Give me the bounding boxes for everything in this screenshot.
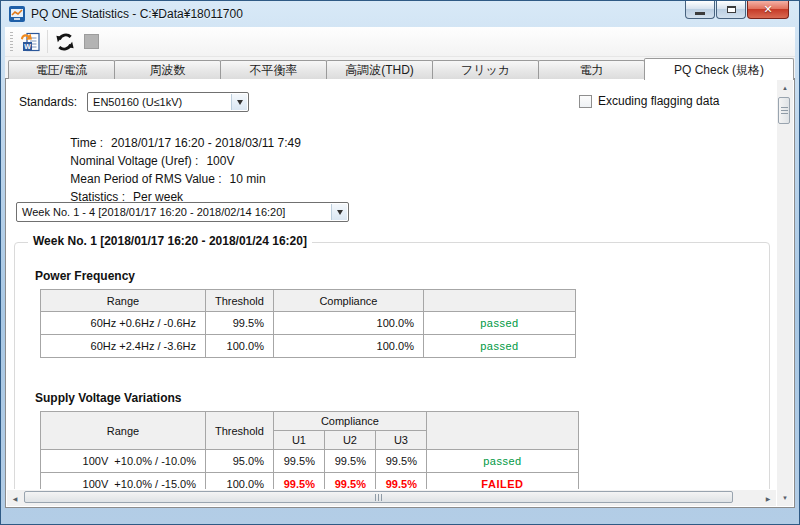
range-header: Range [41, 412, 206, 450]
threshold-cell: 100.0% [206, 335, 274, 358]
standards-value: EN50160 (U≤1kV) [93, 96, 182, 108]
thumb-grip-icon [781, 107, 788, 115]
scroll-up-button[interactable]: ▲ [777, 80, 793, 96]
app-icon [9, 6, 25, 22]
tab-voltage-current[interactable]: 電圧/電流 [8, 60, 115, 79]
tab-frequency[interactable]: 周波数 [114, 60, 221, 79]
status-cell: FAILED [426, 473, 578, 490]
compliance-header: Compliance [273, 290, 423, 312]
app-body: W 電圧/電流 周波数 不平衡率 高調波(THD) フリッカ [5, 27, 795, 508]
week1-groupbox: Week No. 1 [2018/01/17 16:20 - 2018/01/2… [14, 242, 770, 489]
tab-flicker[interactable]: フリッカ [432, 60, 539, 79]
tab-strip: 電圧/電流 周波数 不平衡率 高調波(THD) フリッカ 電力 PQ Check… [5, 57, 795, 79]
supply-voltage-title: Supply Voltage Variations [35, 391, 181, 405]
maximize-icon [727, 6, 736, 13]
u2-header: U2 [324, 431, 375, 450]
minimize-icon [695, 12, 705, 15]
exclude-flagging-row: Excuding flagging data [579, 94, 719, 108]
table-header-row: Range Threshold Compliance [41, 290, 576, 312]
result-header [426, 412, 578, 450]
status-cell: passed [423, 335, 575, 358]
standards-dropdown[interactable]: EN50160 (U≤1kV) [87, 92, 249, 112]
range-header: Range [41, 290, 206, 312]
vertical-scroll-thumb[interactable] [778, 97, 790, 124]
chevron-down-icon [331, 204, 347, 220]
table-row: 100V +10.0% / -10.0% 95.0% 99.5% 99.5% 9… [41, 450, 579, 473]
tab-harmonics-thd[interactable]: 高調波(THD) [326, 60, 433, 79]
thumb-grip-icon [375, 494, 383, 501]
compliance-cell: 100.0% [273, 312, 423, 335]
threshold-header: Threshold [206, 412, 274, 450]
range-cell: 100V +10.0% / -15.0% [41, 473, 206, 490]
u3-cell: 99.5% [375, 473, 426, 490]
threshold-cell: 100.0% [206, 473, 274, 490]
pq-check-page: Standards: EN50160 (U≤1kV) Excuding flag… [5, 78, 795, 508]
threshold-cell: 99.5% [206, 312, 274, 335]
power-frequency-title: Power Frequency [35, 269, 135, 283]
refresh-icon [54, 31, 76, 53]
u3-cell: 99.5% [375, 450, 426, 473]
scroll-left-button[interactable]: ◀ [7, 490, 23, 506]
u3-header: U3 [375, 431, 426, 450]
threshold-cell: 95.0% [206, 450, 274, 473]
range-cell: 60Hz +0.6Hz / -0.6Hz [41, 312, 206, 335]
scroll-right-button[interactable]: ▶ [760, 490, 776, 506]
svg-text:W: W [24, 43, 31, 50]
table-row: 100V +10.0% / -15.0% 100.0% 99.5% 99.5% … [41, 473, 579, 490]
export-word-icon: W [19, 30, 43, 54]
table-header-row: Range Threshold Compliance [41, 412, 579, 431]
tab-unbalance[interactable]: 不平衡率 [220, 60, 327, 79]
stop-button[interactable] [78, 29, 105, 55]
close-button[interactable]: ✕ [747, 1, 789, 19]
threshold-header: Threshold [206, 290, 274, 312]
toolbar: W [5, 27, 795, 57]
app-window: PQ ONE Statistics - C:¥Data¥18011700 ✕ W [0, 0, 800, 525]
close-icon: ✕ [763, 4, 772, 15]
toolbar-grip-icon[interactable] [10, 32, 13, 52]
supply-voltage-table: Range Threshold Compliance U1 U2 U3 100V… [40, 411, 579, 489]
range-cell: 100V +10.0% / -10.0% [41, 450, 206, 473]
power-frequency-table: Range Threshold Compliance 60Hz +0.6Hz /… [40, 289, 576, 358]
window-controls: ✕ [684, 1, 789, 19]
maximize-button[interactable] [716, 1, 746, 19]
table-row: 60Hz +0.6Hz / -0.6Hz 99.5% 100.0% passed [41, 312, 576, 335]
exclude-flagging-label: Excuding flagging data [598, 94, 719, 108]
mean-period-value: 10 min [230, 172, 266, 186]
title-bar[interactable]: PQ ONE Statistics - C:¥Data¥18011700 [1, 1, 799, 27]
compliance-header: Compliance [273, 412, 426, 431]
u1-cell: 99.5% [273, 450, 324, 473]
pq-check-content: Standards: EN50160 (U≤1kV) Excuding flag… [7, 80, 776, 489]
week-range-value: Week No. 1 - 4 [2018/01/17 16:20 - 2018/… [22, 206, 285, 218]
vertical-scrollbar[interactable]: ▲ ▼ [777, 80, 793, 506]
standards-label: Standards: [19, 95, 77, 109]
week1-group-title: Week No. 1 [2018/01/17 16:20 - 2018/01/2… [28, 234, 312, 248]
scroll-down-button[interactable]: ▼ [777, 490, 793, 506]
toolbar-separator [47, 30, 48, 53]
week-range-dropdown[interactable]: Week No. 1 - 4 [2018/01/17 16:20 - 2018/… [16, 202, 349, 222]
refresh-button[interactable] [51, 29, 78, 55]
stop-icon [84, 34, 99, 49]
tab-power[interactable]: 電力 [538, 60, 645, 79]
range-cell: 60Hz +2.4Hz / -3.6Hz [41, 335, 206, 358]
horizontal-scrollbar[interactable]: ◀ ▶ [7, 490, 776, 506]
table-row: 60Hz +2.4Hz / -3.6Hz 100.0% 100.0% passe… [41, 335, 576, 358]
standards-row: Standards: EN50160 (U≤1kV) [19, 92, 249, 112]
u1-cell: 99.5% [273, 473, 324, 490]
exclude-flagging-checkbox[interactable] [579, 95, 592, 108]
status-cell: passed [426, 450, 578, 473]
export-word-button[interactable]: W [17, 29, 44, 55]
status-cell: passed [423, 312, 575, 335]
minimize-button[interactable] [685, 1, 715, 19]
window-title: PQ ONE Statistics - C:¥Data¥18011700 [31, 7, 243, 21]
result-header [423, 290, 575, 312]
chevron-down-icon [231, 94, 247, 110]
u1-header: U1 [273, 431, 324, 450]
u2-cell: 99.5% [324, 450, 375, 473]
horizontal-scroll-thumb[interactable] [24, 491, 733, 503]
u2-cell: 99.5% [324, 473, 375, 490]
tab-pq-check[interactable]: PQ Check (規格) [644, 58, 794, 80]
compliance-cell: 100.0% [273, 335, 423, 358]
